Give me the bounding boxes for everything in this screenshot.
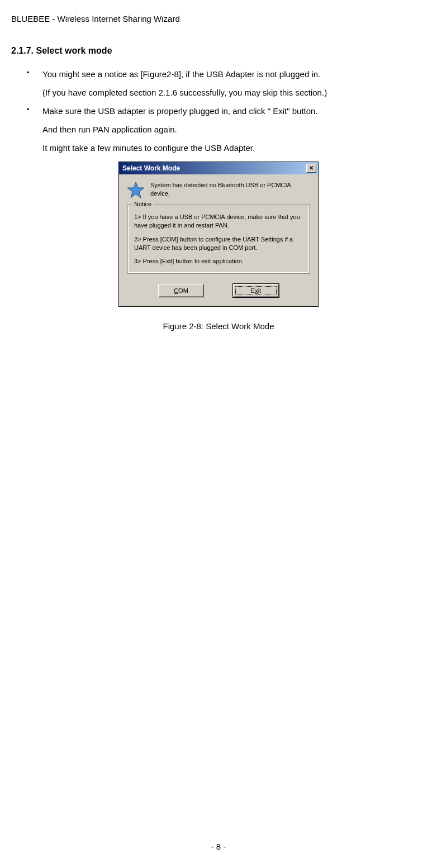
doc-header: BLUEBEE - Wireless Internet Sharing Wiza… <box>11 14 437 23</box>
section-title: 2.1.7. Select work mode <box>11 46 437 56</box>
bullet-list: You might see a notice as [Figure2-8], i… <box>27 65 437 83</box>
exit-button[interactable]: Exit <box>233 284 279 297</box>
list-item: You might see a notice as [Figure2-8], i… <box>27 65 437 83</box>
sub-line: (If you have completed section 2.1.6 suc… <box>42 83 437 102</box>
close-button[interactable]: ✕ <box>306 164 316 173</box>
button-label-ul: C <box>174 287 178 294</box>
star-icon <box>127 181 145 199</box>
page-number: - 8 - <box>0 842 437 851</box>
button-label-post: OM <box>178 287 188 294</box>
notice-item: 3> Press [Exit] button to exit applicati… <box>134 257 303 265</box>
figure-caption: Figure 2-8: Select Work Mode <box>0 321 437 331</box>
dialog-button-row: COM Exit <box>127 284 310 297</box>
select-work-mode-dialog: Select Work Mode ✕ System has detected n… <box>118 162 319 307</box>
dialog-body: System has detected no Bluetooth USB or … <box>119 174 318 306</box>
dialog-title: Select Work Mode <box>122 164 180 172</box>
sub-line: And then run PAN application again. <box>42 120 437 139</box>
svg-marker-0 <box>127 182 144 198</box>
dialog-message-text: System has detected no Bluetooth USB or … <box>150 181 310 198</box>
fieldset-legend: Notice <box>132 201 154 207</box>
dialog-container: Select Work Mode ✕ System has detected n… <box>0 162 437 307</box>
sub-line: It might take a few minutes to configure… <box>42 139 437 157</box>
notice-item: 2> Press [COM] button to configure the U… <box>134 235 303 252</box>
close-icon: ✕ <box>309 165 314 171</box>
dialog-message-row: System has detected no Bluetooth USB or … <box>127 181 310 199</box>
button-label-post: it <box>258 287 262 294</box>
dialog-titlebar: Select Work Mode ✕ <box>119 162 318 174</box>
notice-item: 1> If you have a USB or PCMCIA device, m… <box>134 213 303 230</box>
bullet-list: Make sure the USB adapter is properly pl… <box>27 102 437 120</box>
list-item: Make sure the USB adapter is properly pl… <box>27 102 437 120</box>
notice-fieldset: Notice 1> If you have a USB or PCMCIA de… <box>127 205 310 274</box>
com-button[interactable]: COM <box>158 284 204 297</box>
